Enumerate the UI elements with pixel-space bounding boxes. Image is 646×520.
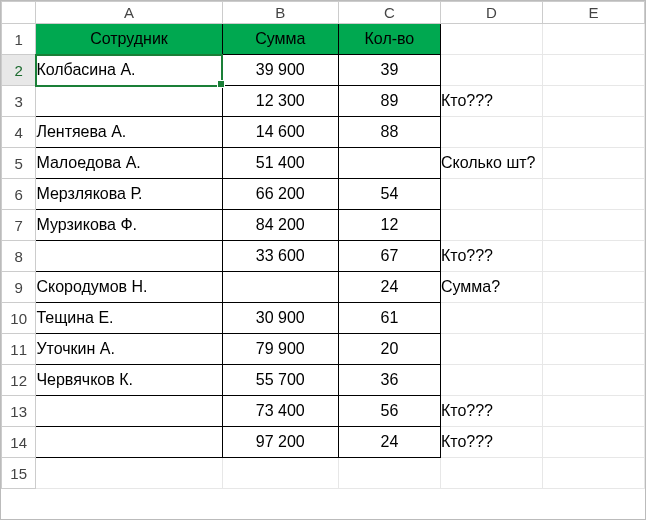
cell-B13[interactable]: 73 400	[222, 396, 338, 427]
cell-C15[interactable]	[338, 458, 440, 489]
row-6: 6 Мерзлякова Р. 66 200 54	[2, 179, 645, 210]
col-header-C[interactable]: C	[338, 2, 440, 24]
row-header-8[interactable]: 8	[2, 241, 36, 272]
cell-C10[interactable]: 61	[338, 303, 440, 334]
col-header-D[interactable]: D	[440, 2, 542, 24]
cell-D8[interactable]: Кто???	[440, 241, 542, 272]
cell-B14[interactable]: 97 200	[222, 427, 338, 458]
select-all-corner[interactable]	[2, 2, 36, 24]
cell-E5[interactable]	[542, 148, 644, 179]
row-header-3[interactable]: 3	[2, 86, 36, 117]
cell-A13[interactable]	[36, 396, 222, 427]
col-header-B[interactable]: B	[222, 2, 338, 24]
cell-C3[interactable]: 89	[338, 86, 440, 117]
cell-C12[interactable]: 36	[338, 365, 440, 396]
cell-B7[interactable]: 84 200	[222, 210, 338, 241]
row-header-1[interactable]: 1	[2, 24, 36, 55]
cell-E12[interactable]	[542, 365, 644, 396]
cell-A14[interactable]	[36, 427, 222, 458]
cell-C14[interactable]: 24	[338, 427, 440, 458]
row-header-2[interactable]: 2	[2, 55, 36, 86]
cell-C1[interactable]: Кол-во	[338, 24, 440, 55]
cell-E6[interactable]	[542, 179, 644, 210]
cell-E2[interactable]	[542, 55, 644, 86]
cell-C8[interactable]: 67	[338, 241, 440, 272]
row-header-9[interactable]: 9	[2, 272, 36, 303]
cell-B12[interactable]: 55 700	[222, 365, 338, 396]
cell-D1[interactable]	[440, 24, 542, 55]
row-header-5[interactable]: 5	[2, 148, 36, 179]
cell-E7[interactable]	[542, 210, 644, 241]
cell-B5[interactable]: 51 400	[222, 148, 338, 179]
cell-C5[interactable]	[338, 148, 440, 179]
row-header-4[interactable]: 4	[2, 117, 36, 148]
cell-C2[interactable]: 39	[338, 55, 440, 86]
cell-A1[interactable]: Сотрудник	[36, 24, 222, 55]
cell-D7[interactable]	[440, 210, 542, 241]
cell-C6[interactable]: 54	[338, 179, 440, 210]
cell-E3[interactable]	[542, 86, 644, 117]
cell-A6[interactable]: Мерзлякова Р.	[36, 179, 222, 210]
col-header-A[interactable]: A	[36, 2, 222, 24]
cell-A4[interactable]: Лентяева А.	[36, 117, 222, 148]
cell-D15[interactable]	[440, 458, 542, 489]
cell-E1[interactable]	[542, 24, 644, 55]
cell-E9[interactable]	[542, 272, 644, 303]
cell-B8[interactable]: 33 600	[222, 241, 338, 272]
cell-E8[interactable]	[542, 241, 644, 272]
row-header-15[interactable]: 15	[2, 458, 36, 489]
cell-E4[interactable]	[542, 117, 644, 148]
cell-E14[interactable]	[542, 427, 644, 458]
col-header-E[interactable]: E	[542, 2, 644, 24]
cell-B2[interactable]: 39 900	[222, 55, 338, 86]
cell-A12[interactable]: Червячков К.	[36, 365, 222, 396]
cell-A3[interactable]	[36, 86, 222, 117]
cell-E10[interactable]	[542, 303, 644, 334]
cell-D6[interactable]	[440, 179, 542, 210]
grid[interactable]: A B C D E 1 Сотрудник Сумма Кол-во 2 Кол…	[1, 1, 645, 489]
cell-B10[interactable]: 30 900	[222, 303, 338, 334]
cell-A8[interactable]	[36, 241, 222, 272]
cell-D5[interactable]: Сколько шт?	[440, 148, 542, 179]
cell-B9[interactable]	[222, 272, 338, 303]
cell-D3[interactable]: Кто???	[440, 86, 542, 117]
cell-B6[interactable]: 66 200	[222, 179, 338, 210]
row-header-14[interactable]: 14	[2, 427, 36, 458]
spreadsheet[interactable]: A B C D E 1 Сотрудник Сумма Кол-во 2 Кол…	[0, 0, 646, 520]
row-header-11[interactable]: 11	[2, 334, 36, 365]
cell-C11[interactable]: 20	[338, 334, 440, 365]
cell-D11[interactable]	[440, 334, 542, 365]
cell-D2[interactable]	[440, 55, 542, 86]
cell-C4[interactable]: 88	[338, 117, 440, 148]
cell-C9[interactable]: 24	[338, 272, 440, 303]
cell-B15[interactable]	[222, 458, 338, 489]
cell-E13[interactable]	[542, 396, 644, 427]
cell-B3[interactable]: 12 300	[222, 86, 338, 117]
cell-B4[interactable]: 14 600	[222, 117, 338, 148]
cell-A2[interactable]: Колбасина А.	[36, 55, 222, 86]
row-header-13[interactable]: 13	[2, 396, 36, 427]
cell-A9[interactable]: Скородумов Н.	[36, 272, 222, 303]
row-header-12[interactable]: 12	[2, 365, 36, 396]
cell-D9[interactable]: Сумма?	[440, 272, 542, 303]
cell-D12[interactable]	[440, 365, 542, 396]
cell-E15[interactable]	[542, 458, 644, 489]
cell-D13[interactable]: Кто???	[440, 396, 542, 427]
cell-D4[interactable]	[440, 117, 542, 148]
cell-C7[interactable]: 12	[338, 210, 440, 241]
cell-D14[interactable]: Кто???	[440, 427, 542, 458]
row-header-7[interactable]: 7	[2, 210, 36, 241]
cell-A15[interactable]	[36, 458, 222, 489]
cell-A11[interactable]: Уточкин А.	[36, 334, 222, 365]
cell-D10[interactable]	[440, 303, 542, 334]
cell-A5[interactable]: Малоедова А.	[36, 148, 222, 179]
row-8: 8 33 600 67 Кто???	[2, 241, 645, 272]
cell-C13[interactable]: 56	[338, 396, 440, 427]
cell-B1[interactable]: Сумма	[222, 24, 338, 55]
cell-B11[interactable]: 79 900	[222, 334, 338, 365]
row-header-6[interactable]: 6	[2, 179, 36, 210]
row-header-10[interactable]: 10	[2, 303, 36, 334]
cell-A10[interactable]: Тещина Е.	[36, 303, 222, 334]
cell-E11[interactable]	[542, 334, 644, 365]
cell-A7[interactable]: Мурзикова Ф.	[36, 210, 222, 241]
